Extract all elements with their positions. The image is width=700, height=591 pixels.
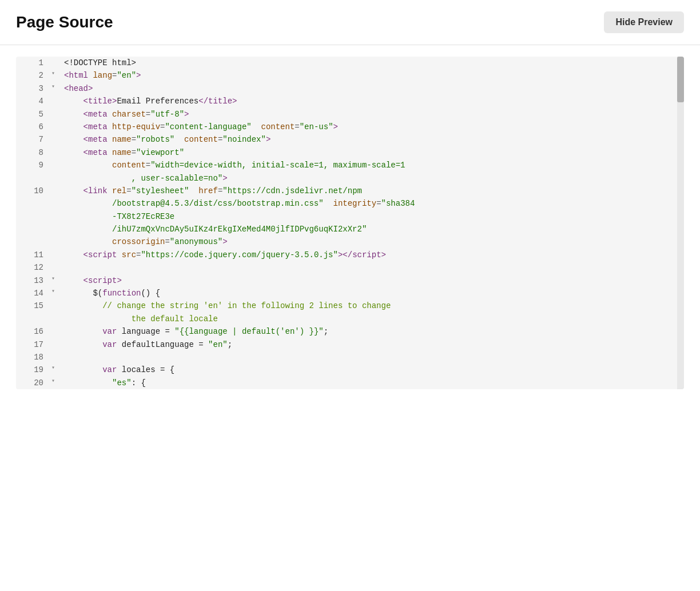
page-header: Page Source Hide Preview	[0, 0, 700, 45]
table-row: 18	[16, 351, 684, 364]
code-table: 1 <!DOCTYPE html> 2 ▾ <html lang="en"> 3…	[16, 57, 684, 389]
line-code	[59, 261, 684, 274]
line-number: 14	[16, 287, 50, 300]
line-number: 7	[16, 133, 50, 146]
line-arrow: ▾	[50, 274, 59, 287]
table-row: 13 ▾ <script>	[16, 274, 684, 287]
line-code: <meta name="robots" content="noindex">	[59, 133, 684, 146]
line-arrow	[50, 249, 59, 261]
line-arrow	[50, 95, 59, 107]
line-code: var defaultLanguage = "en";	[59, 338, 684, 351]
line-code: // change the string 'en' in the followi…	[59, 300, 684, 325]
line-arrow: ▾	[50, 82, 59, 95]
line-arrow	[50, 325, 59, 338]
line-arrow	[50, 300, 59, 325]
table-row: 5 <meta charset="utf-8">	[16, 108, 684, 121]
line-number: 2	[16, 69, 50, 82]
table-row: 2 ▾ <html lang="en">	[16, 69, 684, 82]
line-arrow	[50, 133, 59, 146]
line-code: var language = "{{language | default('en…	[59, 325, 684, 338]
line-number: 4	[16, 95, 50, 107]
code-scroll-area[interactable]: 1 <!DOCTYPE html> 2 ▾ <html lang="en"> 3…	[16, 57, 684, 389]
page-title: Page Source	[16, 13, 113, 31]
table-row: 19 ▾ var locales = {	[16, 364, 684, 376]
line-code: var locales = {	[59, 364, 684, 376]
hide-preview-button[interactable]: Hide Preview	[604, 11, 684, 33]
line-number: 19	[16, 364, 50, 376]
line-code: <meta name="viewport"	[59, 146, 684, 159]
line-number: 18	[16, 351, 50, 364]
line-code: <script src="https://code.jquery.com/jqu…	[59, 249, 684, 261]
line-code: <meta http-equiv="content-language" cont…	[59, 121, 684, 133]
line-arrow: ▾	[50, 287, 59, 300]
line-number: 20	[16, 377, 50, 389]
line-code: <script>	[59, 274, 684, 287]
scrollbar-thumb[interactable]	[677, 57, 684, 102]
table-row: 20 ▾ "es": {	[16, 377, 684, 389]
table-row: 11 <script src="https://code.jquery.com/…	[16, 249, 684, 261]
table-row: 1 <!DOCTYPE html>	[16, 57, 684, 69]
line-number: 17	[16, 338, 50, 351]
table-row: 15 // change the string 'en' in the foll…	[16, 300, 684, 325]
line-number: 15	[16, 300, 50, 325]
table-row: 4 <title>Email Preferences</title>	[16, 95, 684, 107]
line-arrow: ▾	[50, 69, 59, 82]
line-arrow: ▾	[50, 364, 59, 376]
line-arrow	[50, 261, 59, 274]
line-arrow	[50, 121, 59, 133]
line-code: <!DOCTYPE html>	[59, 57, 684, 69]
line-number: 10	[16, 185, 50, 249]
scrollbar-track[interactable]	[677, 57, 684, 389]
line-code: <link rel="stylesheet" href="https://cdn…	[59, 185, 684, 249]
line-arrow	[50, 159, 59, 185]
line-code: $(function() {	[59, 287, 684, 300]
table-row: 6 <meta http-equiv="content-language" co…	[16, 121, 684, 133]
table-row: 17 var defaultLanguage = "en";	[16, 338, 684, 351]
table-row: 3 ▾ <head>	[16, 82, 684, 95]
table-row: 8 <meta name="viewport"	[16, 146, 684, 159]
line-code	[59, 351, 684, 364]
line-arrow: ▾	[50, 377, 59, 389]
line-arrow	[50, 185, 59, 249]
code-container: 1 <!DOCTYPE html> 2 ▾ <html lang="en"> 3…	[16, 57, 684, 389]
table-row: 7 <meta name="robots" content="noindex">	[16, 133, 684, 146]
table-row: 14 ▾ $(function() {	[16, 287, 684, 300]
line-arrow	[50, 57, 59, 69]
line-code: <html lang="en">	[59, 69, 684, 82]
line-arrow	[50, 146, 59, 159]
line-number: 3	[16, 82, 50, 95]
line-number: 12	[16, 261, 50, 274]
line-number: 5	[16, 108, 50, 121]
line-number: 1	[16, 57, 50, 69]
line-number: 8	[16, 146, 50, 159]
line-number: 13	[16, 274, 50, 287]
line-number: 9	[16, 159, 50, 185]
line-number: 6	[16, 121, 50, 133]
line-code: "es": {	[59, 377, 684, 389]
line-arrow	[50, 351, 59, 364]
line-number: 16	[16, 325, 50, 338]
table-row: 9 content="width=device-width, initial-s…	[16, 159, 684, 185]
line-code: <head>	[59, 82, 684, 95]
line-code: <meta charset="utf-8">	[59, 108, 684, 121]
line-arrow	[50, 108, 59, 121]
line-number: 11	[16, 249, 50, 261]
table-row: 12	[16, 261, 684, 274]
table-row: 16 var language = "{{language | default(…	[16, 325, 684, 338]
line-arrow	[50, 338, 59, 351]
table-row: 10 <link rel="stylesheet" href="https://…	[16, 185, 684, 249]
line-code: content="width=device-width, initial-sca…	[59, 159, 684, 185]
line-code: <title>Email Preferences</title>	[59, 95, 684, 107]
